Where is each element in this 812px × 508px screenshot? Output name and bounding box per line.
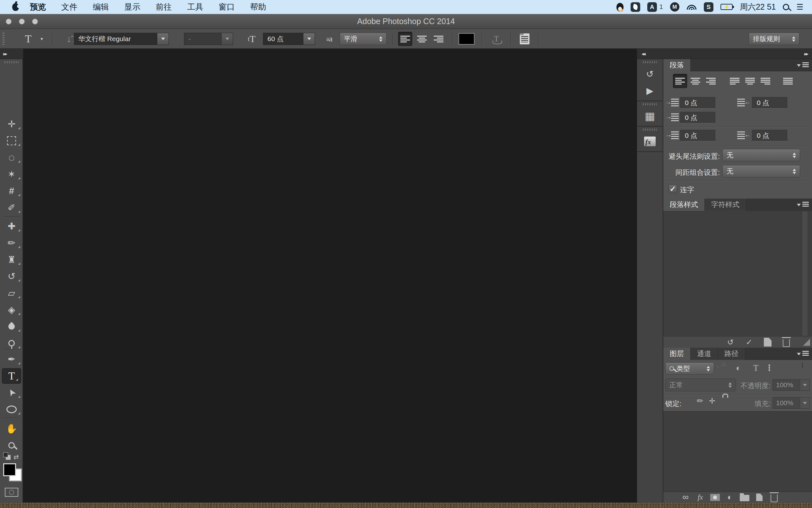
apple-menu-icon[interactable] bbox=[12, 3, 19, 11]
para-align-left-button[interactable] bbox=[673, 74, 687, 88]
justify-all-button[interactable] bbox=[781, 74, 795, 88]
space-before-field[interactable]: 0 点 bbox=[680, 130, 715, 141]
swatches-panel-icon[interactable]: ▦ bbox=[643, 110, 657, 122]
font-size-arrow-icon[interactable] bbox=[303, 33, 315, 45]
tab-layers[interactable]: 图层 bbox=[663, 348, 690, 360]
default-colors-icon[interactable] bbox=[3, 453, 8, 457]
indent-first-line-field[interactable]: 0 点 bbox=[680, 112, 715, 123]
m-app-status-icon[interactable]: M bbox=[670, 2, 679, 11]
blur-tool[interactable] bbox=[0, 319, 23, 334]
type-tool-preset-icon[interactable]: T bbox=[18, 29, 38, 49]
adjustment-layer-button[interactable]: ◐ bbox=[722, 492, 737, 502]
menu-view[interactable]: 显示 bbox=[116, 2, 148, 12]
menu-edit[interactable]: 编辑 bbox=[85, 2, 116, 12]
options-grip[interactable] bbox=[3, 33, 4, 45]
expand-panels-icon[interactable]: ▸▸ bbox=[804, 51, 808, 57]
align-center-button[interactable] bbox=[415, 32, 429, 46]
canvas-workspace[interactable] bbox=[23, 49, 637, 503]
notification-center-icon[interactable]: ☰ bbox=[796, 3, 803, 11]
close-button[interactable] bbox=[6, 18, 11, 25]
hand-tool[interactable]: ✋ bbox=[0, 421, 23, 436]
filter-adjustment-icon[interactable]: ◐ bbox=[736, 363, 741, 373]
healing-brush-tool[interactable]: ✚ bbox=[0, 218, 23, 234]
pen-tool[interactable]: ✒ bbox=[0, 351, 23, 367]
redefine-style-button[interactable]: ↺ bbox=[723, 338, 738, 347]
tab-character-styles[interactable]: 字符样式 bbox=[705, 199, 746, 211]
align-right-button[interactable] bbox=[432, 32, 446, 46]
filter-shape-icon[interactable] bbox=[769, 365, 770, 371]
path-select-tool[interactable]: ➤ bbox=[0, 385, 23, 400]
spotlight-search-icon[interactable] bbox=[783, 4, 789, 10]
panel-menu-icon[interactable] bbox=[797, 202, 809, 207]
lock-position-icon[interactable]: ✛ bbox=[709, 396, 715, 406]
zoom-tool[interactable] bbox=[0, 438, 23, 453]
indent-left-field[interactable]: 0 点 bbox=[680, 97, 715, 109]
font-size-select[interactable]: 60 点 bbox=[263, 33, 315, 45]
tool-preset-arrow-icon[interactable]: ▾ bbox=[39, 29, 45, 49]
adobe-status-icon[interactable]: A bbox=[647, 2, 657, 12]
space-after-field[interactable]: 0 点 bbox=[752, 130, 787, 141]
para-align-center-button[interactable] bbox=[688, 74, 703, 88]
notes-status-icon[interactable] bbox=[631, 2, 640, 12]
qq-status-icon[interactable] bbox=[616, 3, 624, 11]
font-style-select[interactable]: - bbox=[184, 33, 233, 45]
eyedropper-tool[interactable]: ✐ bbox=[0, 200, 23, 215]
menu-file[interactable]: 文件 bbox=[54, 2, 85, 12]
warp-text-icon[interactable]: T bbox=[487, 29, 506, 49]
new-group-button[interactable] bbox=[737, 494, 752, 501]
clone-stamp-tool[interactable]: ♜ bbox=[0, 252, 23, 267]
sogou-status-icon[interactable]: S bbox=[704, 2, 713, 12]
anti-alias-select[interactable]: 平滑 bbox=[340, 33, 387, 45]
menu-tools[interactable]: 工具 bbox=[180, 2, 211, 12]
font-family-arrow-icon[interactable] bbox=[157, 33, 169, 45]
marquee-tool[interactable] bbox=[0, 133, 23, 149]
tab-paragraph-styles[interactable]: 段落样式 bbox=[663, 199, 705, 211]
styles-panel-icon[interactable]: fx bbox=[643, 135, 657, 147]
hyphenate-checkbox[interactable]: ✓ bbox=[668, 184, 677, 193]
ellipse-tool[interactable] bbox=[0, 401, 23, 417]
window-title-bar[interactable]: Adobe Photoshop CC 2014 bbox=[0, 14, 812, 29]
kinsoku-select[interactable]: 无 bbox=[722, 149, 800, 161]
history-panel-icon[interactable]: ↺ bbox=[643, 68, 657, 80]
delete-style-button[interactable] bbox=[779, 337, 794, 347]
text-color-swatch[interactable] bbox=[459, 33, 475, 45]
type-tool[interactable]: T bbox=[2, 368, 21, 384]
menu-go[interactable]: 前往 bbox=[148, 2, 180, 12]
filter-type-icon[interactable]: T bbox=[753, 363, 759, 373]
foreground-color-swatch[interactable] bbox=[3, 463, 16, 476]
actions-panel-icon[interactable]: ▶ bbox=[643, 85, 657, 97]
battery-icon[interactable]: ⚡ bbox=[720, 4, 733, 10]
lasso-tool[interactable]: ◌ bbox=[0, 150, 23, 165]
move-tool[interactable]: ✛ bbox=[0, 116, 23, 132]
add-mask-button[interactable] bbox=[708, 494, 722, 501]
filter-toggle-switch[interactable] bbox=[802, 363, 803, 368]
para-align-right-button[interactable] bbox=[704, 74, 718, 88]
layer-filter-select[interactable]: 类型 bbox=[665, 363, 714, 375]
toolbar-grip[interactable] bbox=[4, 61, 18, 63]
justify-last-left-button[interactable] bbox=[727, 74, 742, 88]
justify-last-right-button[interactable] bbox=[758, 74, 772, 88]
brush-tool[interactable]: ✏ bbox=[0, 235, 23, 251]
fill-arrow-icon[interactable] bbox=[800, 397, 809, 409]
swap-colors-icon[interactable]: ⇄ bbox=[13, 453, 19, 461]
crop-tool[interactable]: # bbox=[0, 183, 23, 199]
lock-image-icon[interactable]: ✏ bbox=[697, 396, 703, 406]
link-layers-button[interactable]: ∞ bbox=[678, 492, 693, 502]
history-brush-tool[interactable]: ↺ bbox=[0, 269, 23, 284]
tab-channels[interactable]: 通道 bbox=[690, 348, 718, 360]
magic-wand-tool[interactable]: ✶ bbox=[0, 166, 23, 182]
toggle-panels-icon[interactable] bbox=[515, 29, 534, 49]
menu-clock[interactable]: 周六22 51 bbox=[740, 2, 776, 12]
styles-scrollbar[interactable] bbox=[802, 211, 808, 336]
font-family-select[interactable]: 华文行楷 Regular bbox=[74, 33, 169, 45]
layer-style-button[interactable]: fx bbox=[693, 493, 708, 502]
opacity-field[interactable]: 100% bbox=[772, 379, 810, 391]
tab-paragraph[interactable]: 段落 bbox=[663, 59, 690, 71]
delete-layer-button[interactable] bbox=[767, 493, 781, 502]
blend-mode-select[interactable]: 正常 bbox=[665, 379, 736, 391]
menu-help[interactable]: 帮助 bbox=[242, 2, 274, 12]
dock-grip[interactable] bbox=[643, 103, 657, 105]
dock-grip[interactable] bbox=[643, 61, 657, 63]
new-layer-button[interactable] bbox=[752, 494, 767, 501]
align-left-button[interactable] bbox=[398, 32, 412, 46]
